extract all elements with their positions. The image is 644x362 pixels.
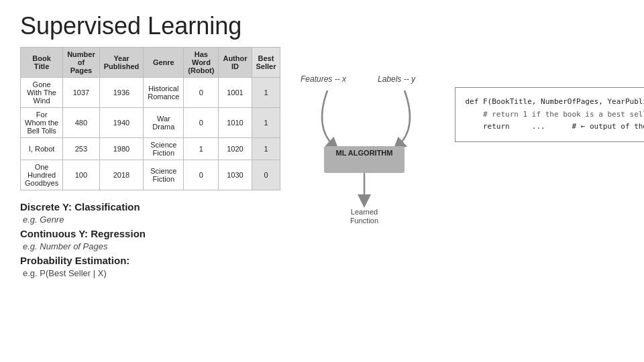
cell-hasword-2: 0 xyxy=(184,108,219,138)
discrete-y-label: Discrete Y: Classification xyxy=(20,201,140,213)
cell-authorid-2: 1010 xyxy=(219,108,252,138)
features-label: Features -- x xyxy=(301,74,347,84)
code-line-2: # return 1 if the book is a best seller,… xyxy=(465,109,644,121)
table-row: Gone With TheWind 1037 1936 HistoricalRo… xyxy=(21,78,280,108)
probability-sub: e.g. P(Best Seller | X) xyxy=(23,268,107,278)
right-section: def F(BookTitle, NumberOfPages, YearPubl… xyxy=(455,87,644,279)
table-row: For Whom theBell Tolls 480 1940 WarDrama… xyxy=(21,108,280,138)
cell-pages-1: 1037 xyxy=(63,78,100,108)
code-line-1: def F(BookTitle, NumberOfPages, YearPubl… xyxy=(465,96,644,109)
cell-bestseller-2: 1 xyxy=(252,108,280,138)
probability-label-block: Probability Estimation: e.g. P(Best Sell… xyxy=(20,255,280,279)
col-header-authorid: Author ID xyxy=(219,48,252,78)
cell-hasword-4: 0 xyxy=(184,160,219,190)
ml-text-1: ML ALGORITHM xyxy=(336,149,393,157)
cell-pages-3: 253 xyxy=(63,138,100,160)
cell-bestseller-3: 1 xyxy=(252,138,280,160)
cell-hasword-3: 1 xyxy=(184,138,219,160)
cell-authorid-1: 1001 xyxy=(219,78,252,108)
continuous-y-sub: e.g. Number of Pages xyxy=(23,241,107,251)
cell-genre-1: HistoricalRomance xyxy=(144,78,184,108)
cell-year-3: 1980 xyxy=(99,138,144,160)
col-header-published: YearPublished xyxy=(99,48,144,78)
left-input-arrow xyxy=(322,90,334,146)
code-box: def F(BookTitle, NumberOfPages, YearPubl… xyxy=(455,87,644,142)
cell-authorid-3: 1020 xyxy=(219,138,252,160)
cell-bestseller-4: 0 xyxy=(252,160,280,190)
diagram-section: Features -- x Labels -- y ML ALGORITHM L… xyxy=(294,47,441,279)
table-row: One HundredGoodbyes 100 2018 ScienceFict… xyxy=(21,160,280,190)
continuous-y-label: Continuous Y: Regression xyxy=(20,228,146,239)
cell-pages-2: 480 xyxy=(63,108,100,138)
continuous-label-block: Continuous Y: Regression e.g. Number of … xyxy=(20,228,280,252)
col-header-booktitle: Book Title xyxy=(21,48,63,78)
cell-authorid-4: 1030 xyxy=(219,160,252,190)
discrete-y-sub: e.g. Genre xyxy=(23,215,64,225)
page-title: Supervised Learning xyxy=(0,0,644,47)
cell-bestseller-1: 1 xyxy=(252,78,280,108)
discrete-label-block: Discrete Y: Classification e.g. Genre xyxy=(20,201,280,225)
cell-pages-4: 100 xyxy=(63,160,100,190)
table-row: I, Robot 253 1980 ScienceFiction 1 1020 … xyxy=(21,138,280,160)
labels-label: Labels -- y xyxy=(378,74,416,84)
cell-hasword-1: 0 xyxy=(184,78,219,108)
cell-title-1: Gone With TheWind xyxy=(21,78,63,108)
learned-text: Learned xyxy=(351,208,378,216)
cell-genre-4: ScienceFiction xyxy=(144,160,184,190)
col-header-hasword: Has Word(Robot) xyxy=(184,48,219,78)
cell-year-2: 1940 xyxy=(99,108,144,138)
cell-title-3: I, Robot xyxy=(21,138,63,160)
col-header-bestseller: Best Seller xyxy=(252,48,280,78)
cell-year-4: 2018 xyxy=(99,160,144,190)
data-table: Book Title Number ofPages YearPublished … xyxy=(20,47,280,190)
function-text: Function xyxy=(350,217,378,225)
code-line-3: return ... # ← output of the machine lea… xyxy=(465,121,644,133)
ml-diagram: Features -- x Labels -- y ML ALGORITHM L… xyxy=(294,47,441,261)
cell-genre-3: ScienceFiction xyxy=(144,138,184,160)
col-header-genre: Genre xyxy=(144,48,184,78)
cell-year-1: 1936 xyxy=(99,78,144,108)
cell-genre-2: WarDrama xyxy=(144,108,184,138)
right-input-arrow xyxy=(398,90,410,146)
probability-label: Probability Estimation: xyxy=(20,255,129,266)
cell-title-2: For Whom theBell Tolls xyxy=(21,108,63,138)
col-header-pages: Number ofPages xyxy=(63,48,100,78)
cell-title-4: One HundredGoodbyes xyxy=(21,160,63,190)
